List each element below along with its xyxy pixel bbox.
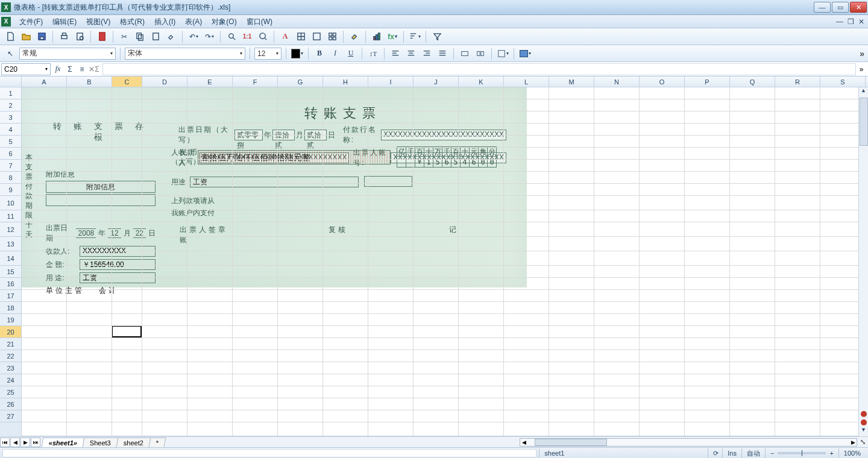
- status-mode[interactable]: 自动: [741, 448, 765, 458]
- row-header-15[interactable]: 15: [0, 266, 21, 278]
- app-menu-icon[interactable]: X: [1, 17, 11, 27]
- fx-sum-button[interactable]: fx: [52, 63, 64, 75]
- row-header-21[interactable]: 21: [0, 338, 21, 350]
- menu-窗口(W)[interactable]: 窗口(W): [242, 15, 277, 28]
- align-right-button[interactable]: [420, 47, 433, 60]
- window-minimize-button[interactable]: —: [814, 2, 831, 13]
- col-header-L[interactable]: L: [504, 77, 549, 87]
- row-header-27[interactable]: 27: [0, 410, 21, 422]
- col-header-O[interactable]: O: [640, 77, 685, 87]
- menu-格式(R)[interactable]: 格式(R): [115, 15, 149, 28]
- toolbar-overflow-button[interactable]: »: [860, 49, 864, 58]
- menu-表(A)[interactable]: 表(A): [180, 15, 207, 28]
- row-header-20[interactable]: 20: [0, 326, 21, 338]
- row-header-16[interactable]: 16: [0, 278, 21, 290]
- save-button[interactable]: [35, 30, 48, 43]
- zoom-percent[interactable]: 100%: [838, 448, 866, 458]
- row-header-26[interactable]: 26: [0, 398, 21, 410]
- window-close-button[interactable]: ✕: [850, 2, 867, 13]
- row-header-7[interactable]: 7: [0, 160, 21, 172]
- find-button[interactable]: [225, 30, 238, 43]
- name-box[interactable]: C20▾: [1, 63, 51, 75]
- cells-button[interactable]: [326, 30, 339, 43]
- window-maximize-button[interactable]: ▭: [832, 2, 849, 13]
- row-header-18[interactable]: 18: [0, 302, 21, 314]
- col-header-A[interactable]: A: [22, 77, 67, 87]
- border-style-button[interactable]: ▾: [496, 47, 509, 60]
- row-header-9[interactable]: 9: [0, 184, 21, 196]
- row-header-5[interactable]: 5: [0, 136, 21, 148]
- doc-minimize-button[interactable]: —: [834, 17, 845, 26]
- undo-button[interactable]: ↶▾: [187, 30, 200, 43]
- zoom-out-button[interactable]: −: [770, 448, 774, 458]
- menu-编辑(E)[interactable]: 编辑(E): [48, 15, 81, 28]
- split-marker-2[interactable]: [861, 419, 867, 425]
- row-header-25[interactable]: 25: [0, 386, 21, 398]
- align-center-button[interactable]: [404, 47, 418, 60]
- row-header-6[interactable]: 6: [0, 148, 21, 160]
- row-header-11[interactable]: 11: [0, 210, 21, 222]
- chart-button[interactable]: [370, 30, 383, 43]
- col-header-M[interactable]: M: [549, 77, 594, 87]
- row-header-13[interactable]: 13: [0, 237, 21, 251]
- tab-nav-first[interactable]: ⏮: [0, 438, 10, 447]
- fx-equals-button[interactable]: ≡: [76, 63, 88, 75]
- date-button[interactable]: 1:1: [241, 30, 254, 43]
- tab-nav-next[interactable]: ▶: [20, 438, 30, 447]
- row-header-12[interactable]: 12: [0, 222, 21, 237]
- row-header-2[interactable]: 2: [0, 99, 21, 111]
- row-header-4[interactable]: 4: [0, 124, 21, 136]
- font-color-swatch[interactable]: ▾: [291, 47, 304, 60]
- filter-button[interactable]: [430, 30, 444, 43]
- col-header-J[interactable]: J: [414, 77, 459, 87]
- tab-split-handle[interactable]: ⤡: [857, 438, 868, 446]
- print-button[interactable]: [57, 30, 71, 43]
- zoom-in-button[interactable]: +: [829, 448, 833, 458]
- fx-sigma-button[interactable]: Σ: [64, 63, 76, 75]
- row-header-3[interactable]: 3: [0, 111, 21, 124]
- tab-nav-prev[interactable]: ◀: [10, 438, 20, 447]
- col-header-S[interactable]: S: [820, 77, 866, 87]
- col-header-D[interactable]: D: [142, 77, 187, 87]
- zoom-control[interactable]: − +: [765, 448, 838, 458]
- cell-style-combo[interactable]: 常规▾: [19, 48, 116, 60]
- align-justify-button[interactable]: [436, 47, 449, 60]
- row-header-22[interactable]: 22: [0, 350, 21, 362]
- col-header-G[interactable]: G: [278, 77, 323, 87]
- fill-color-button[interactable]: ▾: [518, 47, 532, 60]
- redo-button[interactable]: ↷▾: [203, 30, 216, 43]
- sheet-tab-0[interactable]: «sheet1»: [42, 438, 85, 447]
- status-ins[interactable]: Ins: [722, 448, 741, 458]
- row-header-14[interactable]: 14: [0, 251, 21, 266]
- underline-button[interactable]: U: [344, 47, 357, 60]
- new-file-button[interactable]: [4, 30, 17, 43]
- sort-button[interactable]: ▾: [408, 30, 421, 43]
- tab-nav-last[interactable]: ⏭: [31, 438, 40, 447]
- menu-插入(I)[interactable]: 插入(I): [149, 15, 180, 28]
- col-header-K[interactable]: K: [459, 77, 504, 87]
- font-size-combo[interactable]: 12▾: [254, 48, 281, 60]
- horizontal-scrollbar[interactable]: ◀ ▶: [520, 438, 857, 447]
- borders-button[interactable]: [310, 30, 323, 43]
- align-left-button[interactable]: [389, 47, 402, 60]
- vertical-scrollbar[interactable]: ▲ ▼: [858, 87, 868, 436]
- fx-clear-button[interactable]: ✕Σ: [88, 63, 100, 75]
- doc-close-button[interactable]: ✕: [856, 17, 867, 26]
- format-paintbrush-button[interactable]: [165, 30, 178, 43]
- col-header-H[interactable]: H: [323, 77, 368, 87]
- menu-视图(V)[interactable]: 视图(V): [81, 15, 115, 28]
- col-header-E[interactable]: E: [187, 77, 233, 87]
- zoom-button[interactable]: [256, 30, 269, 43]
- col-header-C[interactable]: C: [112, 77, 142, 87]
- font-family-combo[interactable]: 宋体▾: [125, 48, 245, 60]
- cell-grid[interactable]: 转 账 支 票 存 根 附加信息 附加信息 出票日期 2008年 12月 22日…: [22, 87, 868, 436]
- row-header-19[interactable]: 19: [0, 314, 21, 326]
- menu-文件(F)[interactable]: 文件(F): [14, 15, 48, 28]
- col-header-Q[interactable]: Q: [730, 77, 775, 87]
- sheet-tab-2[interactable]: sheet2: [116, 438, 151, 447]
- select-all-corner[interactable]: [0, 77, 22, 87]
- export-pdf-button[interactable]: [95, 30, 108, 43]
- split-cells-button[interactable]: [474, 47, 487, 60]
- italic-button[interactable]: I: [329, 47, 342, 60]
- col-header-N[interactable]: N: [594, 77, 640, 87]
